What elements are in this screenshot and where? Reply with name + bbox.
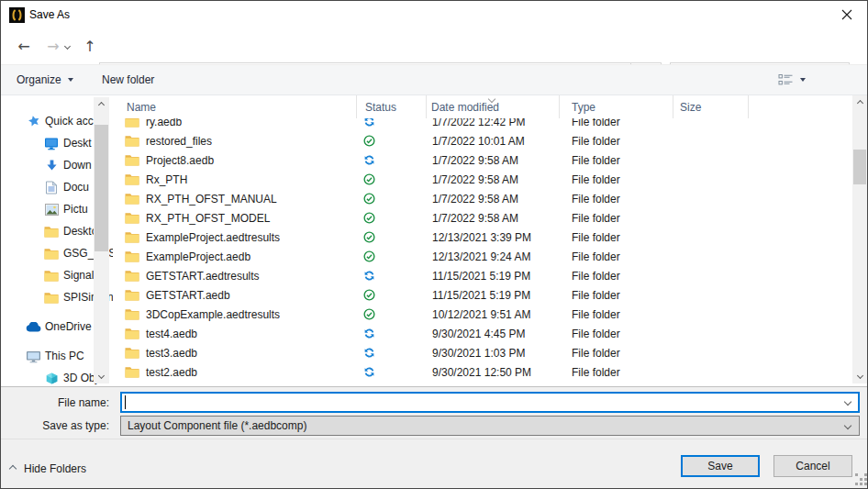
syncing-icon xyxy=(363,366,375,378)
file-row[interactable]: test2.aedb9/30/2021 12:50 PMFile folder xyxy=(116,362,852,382)
file-row[interactable]: Rx_PTH1/7/2022 9:58 AMFile folder xyxy=(116,170,852,189)
file-name-text: Rx_PTH xyxy=(146,173,187,186)
new-folder-button[interactable]: New folder xyxy=(102,65,154,94)
hide-folders-button[interactable]: Hide Folders xyxy=(10,461,86,477)
dropdown-triangle-icon xyxy=(800,78,806,82)
desktop-monitor-icon xyxy=(43,136,60,150)
scroll-up-icon[interactable] xyxy=(94,97,109,113)
cancel-button[interactable]: Cancel xyxy=(773,455,852,477)
file-name-cell: test3.aedb xyxy=(116,347,357,360)
resize-grip-icon[interactable] xyxy=(855,473,858,476)
document-icon xyxy=(43,180,60,194)
file-row[interactable]: ExampleProject.aedb12/13/2021 9:24 AMFil… xyxy=(116,247,852,266)
folder-icon xyxy=(43,290,60,305)
type-cell: File folder xyxy=(560,154,673,167)
folder-icon xyxy=(125,347,139,359)
file-name-text: test4.aedb xyxy=(146,328,197,340)
type-cell: File folder xyxy=(560,347,673,360)
file-row[interactable]: ExampleProject.aedtresults12/13/2021 3:3… xyxy=(116,228,852,247)
back-button[interactable]: ← xyxy=(12,28,36,64)
folder-icon xyxy=(125,193,139,205)
scroll-down-icon[interactable] xyxy=(94,368,109,383)
file-row[interactable]: RX_PTH_OFST_MODEL1/7/2022 9:58 AMFile fo… xyxy=(116,208,852,228)
folder-icon xyxy=(125,212,139,224)
syncing-icon xyxy=(363,270,375,282)
quick-access-star-icon xyxy=(25,114,41,128)
type-cell: File folder xyxy=(560,135,673,148)
file-name-label: File name: xyxy=(1,393,117,413)
file-row[interactable]: 3DCopExample.aedtresults10/12/2021 9:51 … xyxy=(116,305,852,324)
file-name-cell: GETSTART.aedb xyxy=(116,289,357,302)
date-modified-cell: 1/7/2022 10:01 AM xyxy=(427,135,560,148)
sidebar-item-label: Pictu xyxy=(63,203,88,216)
file-row[interactable]: GETSTART.aedtresults11/15/2021 5:19 PMFi… xyxy=(116,266,852,285)
type-cell: File folder xyxy=(560,289,673,302)
type-cell: File folder xyxy=(560,308,673,321)
title-bar[interactable]: Save As xyxy=(1,1,867,28)
onedrive-cloud-icon xyxy=(25,319,41,334)
syncing-icon xyxy=(363,154,375,166)
file-name-cell: Rx_PTH xyxy=(116,173,357,186)
column-header-date-modified[interactable]: Date modified xyxy=(427,95,560,118)
file-name-text: test3.aedb xyxy=(146,347,197,360)
synced-icon xyxy=(363,212,375,224)
date-modified-cell: 9/30/2021 4:45 PM xyxy=(427,328,560,340)
file-name-text: 3DCopExample.aedtresults xyxy=(146,308,280,321)
column-header-type[interactable]: Type xyxy=(560,95,673,118)
3d-objects-cube-icon xyxy=(43,371,60,385)
file-row[interactable]: restored_files1/7/2022 10:01 AMFile fold… xyxy=(116,131,852,150)
save-as-type-select[interactable]: Layout Component file (*.aedbcomp) xyxy=(120,416,860,436)
date-modified-cell: 12/13/2021 3:39 PM xyxy=(427,231,560,244)
synced-icon xyxy=(363,135,375,147)
text-caret xyxy=(125,395,126,409)
column-header-row: Name Status Date modified Type Size xyxy=(116,95,852,118)
close-button[interactable] xyxy=(826,1,867,28)
command-toolbar: Organize New folder ? xyxy=(1,64,867,95)
file-row[interactable]: test3.aedb9/30/2021 1:03 PMFile folder xyxy=(116,343,852,362)
column-header-size[interactable]: Size xyxy=(673,95,749,118)
downloads-arrow-icon xyxy=(43,158,60,172)
dialog-title: Save As xyxy=(29,1,70,28)
folder-icon xyxy=(125,308,139,320)
organize-label: Organize xyxy=(17,73,61,86)
scroll-down-icon[interactable] xyxy=(852,368,867,383)
up-button[interactable]: ↑ xyxy=(78,28,102,64)
folder-icon xyxy=(125,135,139,147)
column-header-name[interactable]: Name xyxy=(116,95,357,118)
column-header-status[interactable]: Status xyxy=(357,95,427,118)
date-modified-cell: 1/7/2022 9:58 AM xyxy=(427,193,560,206)
syncing-icon xyxy=(363,347,375,359)
scrollbar-thumb[interactable] xyxy=(95,125,108,251)
app-icon xyxy=(9,7,25,23)
scrollbar-thumb[interactable] xyxy=(853,150,866,184)
type-cell: File folder xyxy=(560,173,673,186)
change-view-button[interactable] xyxy=(778,65,806,94)
folder-icon xyxy=(125,173,139,185)
type-cell: File folder xyxy=(560,231,673,244)
date-modified-cell: 9/30/2021 1:03 PM xyxy=(427,347,560,360)
folder-icon xyxy=(125,270,139,282)
file-row[interactable]: test4.aedb9/30/2021 4:45 PMFile folder xyxy=(116,324,852,343)
main-area: Quick accDesktDownDocuPictuDesktopGSG_HF… xyxy=(1,95,867,386)
this-pc-monitor-icon xyxy=(25,349,41,363)
recent-locations-button[interactable] xyxy=(60,28,74,64)
file-name-input[interactable] xyxy=(120,392,860,413)
synced-icon xyxy=(363,250,375,262)
file-row[interactable]: GETSTART.aedb11/15/2021 5:19 PMFile fold… xyxy=(116,285,852,305)
new-folder-label: New folder xyxy=(102,73,154,86)
folder-icon xyxy=(125,118,139,128)
date-modified-cell: 9/30/2021 12:50 PM xyxy=(427,366,560,379)
organize-menu[interactable]: Organize xyxy=(17,65,73,94)
type-cell: File folder xyxy=(560,250,673,263)
save-button[interactable]: Save xyxy=(681,455,760,477)
navigation-bar: ← → ↑ This PC Desktop xyxy=(1,28,867,64)
sidebar-scrollbar[interactable] xyxy=(94,97,109,383)
file-row[interactable]: RX_PTH_OFST_MANUAL1/7/2022 9:58 AMFile f… xyxy=(116,189,852,208)
file-name-text: restored_files xyxy=(146,135,212,148)
list-scrollbar[interactable] xyxy=(852,95,867,383)
folder-icon xyxy=(125,289,139,301)
file-row[interactable]: Project8.aedb1/7/2022 9:58 AMFile folder xyxy=(116,150,852,170)
file-row[interactable]: ry.aedb1/7/2022 12:42 PMFile folder xyxy=(116,118,852,131)
type-cell: File folder xyxy=(560,118,673,128)
scroll-up-icon[interactable] xyxy=(852,95,867,111)
